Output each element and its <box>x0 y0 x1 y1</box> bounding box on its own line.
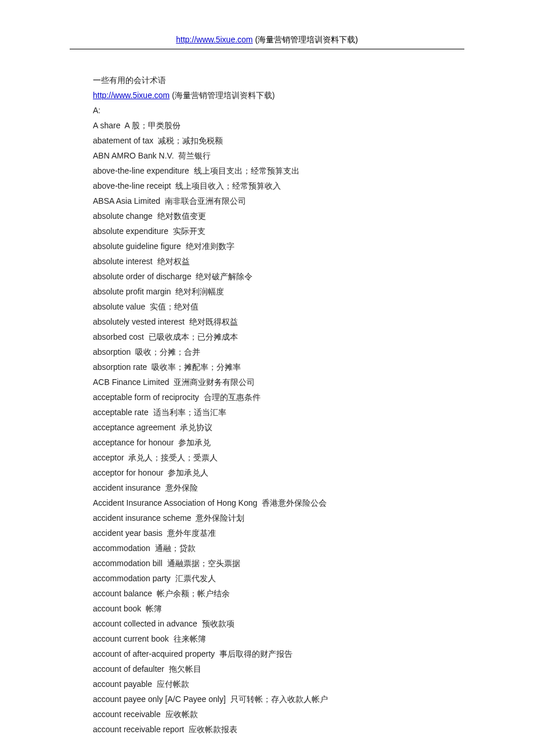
glossary-entry: accident year basis 意外年度基准 <box>93 525 534 541</box>
glossary-entry: absorbed cost 已吸收成本；已分摊成本 <box>93 329 534 344</box>
glossary-entry: account balance 帐户余额；帐户结余 <box>93 586 534 601</box>
glossary-entry: account book 帐簿 <box>93 601 534 616</box>
glossary-list: A share A 股；甲类股份abatement of tax 减税；减扣免税… <box>93 118 534 737</box>
glossary-entry: ACB Finance Limited 亚洲商业财务有限公司 <box>93 375 534 390</box>
source-link[interactable]: http://www.5ixue.com <box>93 91 169 100</box>
glossary-entry: account of defaulter 拖欠帐目 <box>93 661 534 676</box>
glossary-entry: accident insurance scheme 意外保险计划 <box>93 510 534 525</box>
glossary-entry: absorption 吸收；分摊；合并 <box>93 344 534 359</box>
glossary-entry: account receivable report 应收帐款报表 <box>93 722 534 737</box>
glossary-entry: account current book 往来帐簿 <box>93 631 534 646</box>
glossary-entry: ABSA Asia Limited 南非联合亚洲有限公司 <box>93 193 534 208</box>
glossary-entry: accommodation bill 通融票据；空头票据 <box>93 556 534 571</box>
document-page: http://www.5ixue.com (海量营销管理培训资料下载) 一些有用… <box>0 0 534 756</box>
glossary-entry: accommodation party 汇票代发人 <box>93 571 534 586</box>
glossary-entry: acceptance agreement 承兑协议 <box>93 420 534 435</box>
glossary-entry: absolute change 绝对数值变更 <box>93 208 534 224</box>
glossary-entry: absorption rate 吸收率；摊配率；分摊率 <box>93 359 534 375</box>
glossary-entry: account collected in advance 预收款项 <box>93 616 534 631</box>
glossary-entry: ABN AMRO Bank N.V. 荷兰银行 <box>93 148 534 163</box>
document-title: 一些有用的会计术语 <box>93 73 534 88</box>
source-suffix: (海量营销管理培训资料下载) <box>169 91 275 100</box>
glossary-entry: acceptance for honour 参加承兑 <box>93 435 534 450</box>
glossary-entry: absolute expenditure 实际开支 <box>93 224 534 239</box>
glossary-entry: abatement of tax 减税；减扣免税额 <box>93 133 534 148</box>
glossary-entry: acceptor for honour 参加承兑人 <box>93 465 534 480</box>
glossary-entry: accommodation 通融；贷款 <box>93 541 534 556</box>
section-heading: A: <box>93 103 534 118</box>
glossary-entry: A share A 股；甲类股份 <box>93 118 534 133</box>
glossary-entry: account payable 应付帐款 <box>93 676 534 692</box>
glossary-entry: absolute interest 绝对权益 <box>93 254 534 269</box>
header-link[interactable]: http://www.5ixue.com <box>176 35 252 44</box>
glossary-entry: absolute guideline figure 绝对准则数字 <box>93 239 534 254</box>
glossary-entry: absolutely vested interest 绝对既得权益 <box>93 314 534 329</box>
glossary-entry: account of after-acquired property 事后取得的… <box>93 646 534 661</box>
glossary-entry: absolute order of discharge 绝对破产解除令 <box>93 269 534 284</box>
glossary-entry: account receivable 应收帐款 <box>93 707 534 722</box>
glossary-entry: accident insurance 意外保险 <box>93 480 534 495</box>
glossary-entry: account payee only [A/C Payee only] 只可转帐… <box>93 692 534 707</box>
document-content: 一些有用的会计术语 http://www.5ixue.com (海量营销管理培训… <box>93 73 534 737</box>
glossary-entry: absolute value 实值；绝对值 <box>93 299 534 314</box>
glossary-entry: acceptable form of reciprocity 合理的互惠条件 <box>93 390 534 405</box>
glossary-entry: acceptor 承兑人；接受人；受票人 <box>93 450 534 465</box>
page-header: http://www.5ixue.com (海量营销管理培训资料下载) <box>70 35 464 49</box>
header-suffix: (海量营销管理培训资料下载) <box>253 35 358 44</box>
glossary-entry: absolute profit margin 绝对利润幅度 <box>93 284 534 299</box>
glossary-entry: above-the-line receipt 线上项目收入；经常预算收入 <box>93 178 534 193</box>
glossary-entry: acceptable rate 适当利率；适当汇率 <box>93 405 534 420</box>
source-line: http://www.5ixue.com (海量营销管理培训资料下载) <box>93 88 534 103</box>
glossary-entry: Accident Insurance Association of Hong K… <box>93 495 534 510</box>
glossary-entry: above-the-line expenditure 线上项目支出；经常预算支出 <box>93 163 534 178</box>
